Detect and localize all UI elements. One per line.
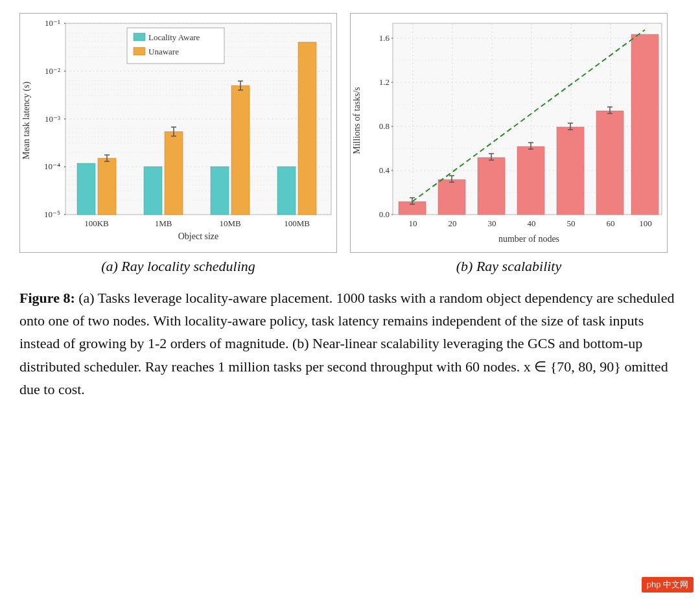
legend-a-locality-label: Locality Aware (148, 32, 200, 42)
svg-text:0.4: 0.4 (379, 165, 390, 175)
svg-text:100: 100 (639, 218, 652, 228)
svg-text:10: 10 (409, 218, 417, 228)
caption-b: (b) Ray scalability (456, 258, 562, 275)
bar-a-1mb-unaware (165, 132, 183, 215)
svg-text:1.2: 1.2 (379, 77, 390, 87)
chart-b: 0.0 0.4 0.8 1.2 1.6 Millions of tasks/s … (350, 13, 668, 253)
bar-a-100kb-unaware (98, 158, 116, 215)
bar-b-40 (517, 147, 544, 215)
bar-b-20 (438, 180, 465, 215)
chart-b-svg: 0.0 0.4 0.8 1.2 1.6 Millions of tasks/s … (351, 14, 668, 253)
svg-rect-55 (134, 47, 145, 55)
svg-text:10⁻⁴: 10⁻⁴ (44, 161, 60, 171)
caption-a: (a) Ray locality scheduling (101, 258, 255, 275)
svg-text:20: 20 (449, 218, 457, 228)
watermark: php 中文网 (642, 577, 694, 593)
bar-a-10mb-unaware (231, 86, 250, 215)
svg-text:number of nodes: number of nodes (498, 234, 559, 244)
svg-text:0.0: 0.0 (379, 209, 390, 219)
bar-b-60 (596, 111, 624, 215)
bar-a-100kb-locality (77, 163, 95, 215)
svg-text:10⁻⁵: 10⁻⁵ (44, 209, 60, 219)
figure-caption: Figure 8: (a) Tasks leverage locality-aw… (19, 287, 681, 401)
chart-a: 10⁻¹ 10⁻² 10⁻³ 10⁻⁴ 10⁻⁵ Mean task laten… (19, 13, 337, 253)
legend-a-unaware-label: Unaware (148, 47, 179, 56)
svg-rect-54 (134, 33, 145, 41)
chart-a-svg: 10⁻¹ 10⁻² 10⁻³ 10⁻⁴ 10⁻⁵ Mean task laten… (20, 14, 338, 253)
svg-text:0.8: 0.8 (379, 121, 390, 131)
svg-text:1MB: 1MB (155, 218, 172, 228)
svg-text:100MB: 100MB (284, 218, 310, 228)
figure-number: Figure 8: (19, 290, 75, 306)
bar-a-10mb-locality (211, 167, 229, 215)
bar-a-1mb-locality (144, 167, 162, 215)
svg-text:40: 40 (528, 218, 536, 228)
figure-b-container: 0.0 0.4 0.8 1.2 1.6 Millions of tasks/s … (350, 13, 668, 275)
svg-text:60: 60 (607, 218, 615, 228)
svg-text:10⁻¹: 10⁻¹ (45, 18, 60, 28)
svg-text:Object size: Object size (178, 231, 219, 241)
bar-b-100 (631, 34, 659, 215)
figure-caption-text: (a) Tasks leverage locality-aware placem… (19, 290, 674, 397)
svg-text:10⁻²: 10⁻² (45, 66, 60, 76)
svg-text:1.6: 1.6 (379, 33, 390, 43)
bar-a-100mb-locality (277, 167, 296, 215)
bar-b-50 (557, 127, 584, 215)
svg-text:30: 30 (488, 218, 496, 228)
svg-text:Mean task latency (s): Mean task latency (s) (21, 82, 32, 159)
svg-text:50: 50 (567, 218, 576, 228)
bar-b-30 (478, 158, 505, 215)
svg-text:10MB: 10MB (219, 218, 241, 228)
svg-text:Millions of tasks/s: Millions of tasks/s (352, 87, 362, 154)
svg-text:10⁻³: 10⁻³ (45, 114, 60, 124)
svg-text:100KB: 100KB (84, 218, 109, 228)
figure-a-container: 10⁻¹ 10⁻² 10⁻³ 10⁻⁴ 10⁻⁵ Mean task laten… (19, 13, 337, 275)
figures-row: 10⁻¹ 10⁻² 10⁻³ 10⁻⁴ 10⁻⁵ Mean task laten… (19, 13, 681, 275)
bar-a-100mb-unaware (298, 42, 316, 215)
